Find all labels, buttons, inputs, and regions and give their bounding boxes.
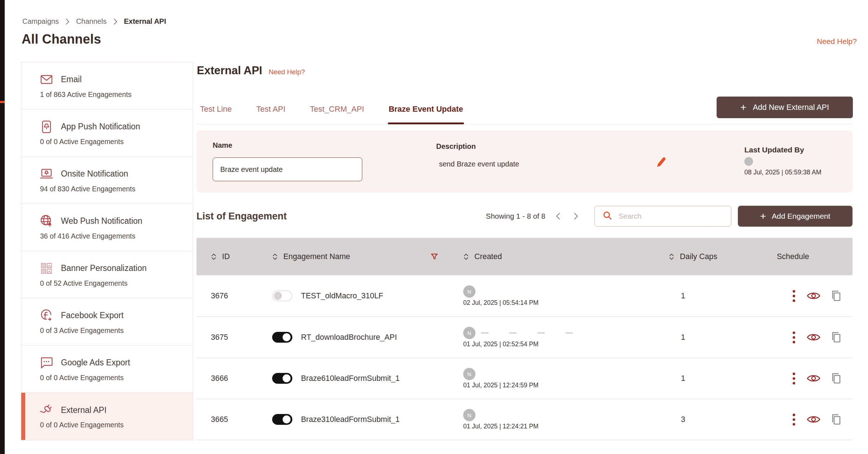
page-title: All Channels: [22, 32, 101, 47]
sidebar-item-google-ads-export[interactable]: Google Ads Export 0 of 0 Active Engageme…: [21, 346, 193, 393]
sidebar-item-app-push[interactable]: App Push Notification 0 of 0 Active Enga…: [21, 110, 193, 157]
cell-engagement-name: RT_downloadBrochure_API: [301, 333, 397, 342]
view-eye-icon[interactable]: [807, 291, 820, 300]
search-icon: [603, 211, 612, 222]
sidebar-item-sub: 1 of 863 Active Engagements: [40, 90, 193, 99]
add-engagement-button[interactable]: + Add Engagement: [738, 206, 852, 227]
view-eye-icon[interactable]: [807, 374, 820, 383]
column-header-daily-caps[interactable]: Daily Caps: [680, 252, 717, 261]
sidebar-item-sub: 0 of 3 Active Engagements: [40, 326, 193, 335]
plus-icon: +: [740, 102, 746, 112]
sidebar-item-banner-personalization[interactable]: Banner Personalization 0 of 52 Active En…: [21, 251, 193, 298]
need-help-link-top[interactable]: Need Help?: [817, 37, 857, 46]
cell-created-date: 02 Jul, 2025 | 05:54:14 PM: [463, 299, 669, 307]
sort-icon-id[interactable]: [211, 253, 217, 260]
sidebar-item-label: Web Push Notification: [61, 216, 142, 226]
copy-icon[interactable]: [831, 331, 841, 343]
sidebar-item-label: Email: [61, 75, 82, 84]
avatar: [744, 157, 753, 166]
table-header-row: ID Engagement Name Created Daily Caps Sc…: [196, 238, 852, 275]
channels-sidebar: Email 1 of 863 Active Engagements App Pu…: [21, 62, 193, 440]
kebab-menu-icon[interactable]: [791, 412, 797, 427]
engagement-table: ID Engagement Name Created Daily Caps Sc…: [196, 238, 852, 454]
toggle-switch[interactable]: [272, 332, 292, 343]
pagination-status: Showing 1 - 8 of 8: [486, 212, 545, 221]
cell-engagement-name: TEST_oldMacro_310LF: [301, 291, 383, 301]
column-header-id[interactable]: ID: [222, 252, 230, 261]
description-value: send Braze event update: [436, 160, 519, 168]
engagement-search: [594, 206, 731, 227]
creator-avatar: N: [463, 285, 475, 298]
sidebar-item-label: App Push Notification: [61, 122, 140, 132]
sidebar-item-external-api[interactable]: External API 0 of 0 Active Engagements: [21, 393, 193, 440]
cell-created-date: 01 Jul, 2025 | 12:24:21 PM: [463, 423, 669, 430]
external-api-icon: [40, 404, 53, 417]
sidebar-item-sub: 0 of 0 Active Engagements: [40, 421, 193, 429]
need-help-link-section[interactable]: Need Help?: [269, 68, 305, 76]
kebab-menu-icon[interactable]: [791, 330, 797, 345]
sort-icon-daily-caps[interactable]: [669, 253, 674, 260]
sidebar-item-sub: 94 of 830 Active Engagements: [40, 185, 193, 193]
onsite-notification-icon: [40, 168, 53, 181]
previous-page-icon[interactable]: [554, 212, 562, 220]
breadcrumb-campaigns[interactable]: Campaigns: [22, 17, 59, 26]
sidebar-item-email[interactable]: Email 1 of 863 Active Engagements: [21, 62, 193, 110]
section-title-external-api: External API: [197, 64, 262, 77]
column-header-engagement-name[interactable]: Engagement Name: [283, 252, 350, 261]
creator-avatar: N: [463, 409, 475, 421]
sidebar-item-sub: 36 of 416 Active Engagements: [40, 232, 193, 240]
tab-braze-event-update[interactable]: Braze Event Update: [388, 102, 464, 124]
next-page-icon[interactable]: [572, 212, 580, 220]
sidebar-item-onsite-notification[interactable]: Onsite Notification 94 of 830 Active Eng…: [21, 157, 193, 204]
table-row: 3665 Braze310leadFormSubmit_1 N 01 Jul, …: [196, 399, 852, 440]
copy-icon[interactable]: [831, 414, 841, 425]
sidebar-item-label: Onsite Notification: [61, 169, 128, 179]
description-label: Description: [436, 142, 519, 151]
toggle-switch[interactable]: [272, 290, 292, 301]
creator-avatar: N: [463, 327, 475, 339]
kebab-menu-icon[interactable]: [791, 289, 797, 303]
app-push-icon: [40, 120, 53, 133]
collapsed-nav-rail: [0, 0, 5, 454]
view-eye-icon[interactable]: [807, 415, 820, 424]
last-updated-value: 08 Jul, 2025 | 05:59:38 AM: [744, 169, 821, 176]
column-header-created[interactable]: Created: [474, 252, 502, 261]
tab-test-api[interactable]: Test API: [256, 102, 286, 124]
toggle-switch[interactable]: [272, 373, 292, 384]
sidebar-item-facebook-export[interactable]: Facebook Export 0 of 3 Active Engagement…: [21, 298, 193, 346]
view-eye-icon[interactable]: [807, 333, 820, 342]
toggle-switch[interactable]: [272, 414, 292, 425]
breadcrumb-external-api: External API: [124, 17, 166, 26]
plus-icon: +: [760, 211, 766, 221]
cell-daily-caps: 1: [669, 291, 762, 301]
nav-rail-accent-tick: [0, 101, 5, 103]
list-of-engagement-title: List of Engagement: [196, 211, 287, 222]
name-input[interactable]: [213, 157, 362, 181]
sort-icon-engagement-name[interactable]: [272, 253, 278, 260]
cell-id: 3666: [211, 374, 272, 383]
tab-test-crm-api[interactable]: Test_CRM_API: [309, 102, 365, 124]
search-input[interactable]: [619, 212, 723, 221]
edit-pencil-icon[interactable]: [654, 156, 667, 169]
redacted-creator-name: [481, 332, 589, 334]
copy-icon[interactable]: [831, 373, 841, 384]
sidebar-item-sub: 0 of 52 Active Engagements: [40, 279, 193, 288]
cell-id: 3675: [211, 333, 272, 342]
creator-avatar: N: [463, 368, 475, 380]
name-label: Name: [213, 141, 362, 150]
cell-engagement-name: Braze310leadFormSubmit_1: [301, 415, 400, 424]
add-new-external-api-button[interactable]: + Add New External API: [717, 97, 853, 118]
email-icon: [40, 73, 53, 86]
tab-test-line[interactable]: Test Line: [199, 102, 232, 124]
cell-daily-caps: 1: [669, 333, 762, 342]
copy-icon[interactable]: [831, 290, 841, 302]
table-row: 3675 RT_downloadBrochure_API N 01 Jul, 2…: [196, 316, 852, 357]
sort-icon-created[interactable]: [463, 253, 469, 260]
chevron-right-icon: [65, 18, 70, 25]
cell-created-date: 01 Jul, 2025 | 12:24:59 PM: [463, 382, 669, 389]
sidebar-item-sub: 0 of 0 Active Engagements: [40, 374, 193, 382]
breadcrumb-channels[interactable]: Channels: [76, 17, 107, 26]
sidebar-item-web-push[interactable]: Web Push Notification 36 of 416 Active E…: [21, 204, 193, 251]
filter-funnel-icon[interactable]: [431, 253, 438, 260]
kebab-menu-icon[interactable]: [791, 371, 797, 386]
